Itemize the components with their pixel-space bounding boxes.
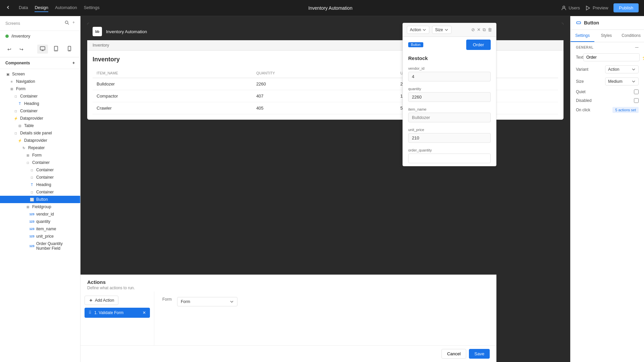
tree-dataprovider-1[interactable]: ⚡ Dataprovider	[0, 115, 80, 122]
add-screen-icon[interactable]: +	[72, 20, 75, 26]
undo-button[interactable]: ↩	[5, 45, 13, 53]
search-icon[interactable]	[64, 20, 70, 26]
text-lightning-btn[interactable]: ⚡	[642, 55, 644, 60]
preview-button[interactable]: Preview	[585, 5, 608, 11]
size-dropdown[interactable]: Size	[432, 26, 451, 34]
redo-button[interactable]: ↪	[17, 45, 25, 53]
button-tree-icon: ⬜	[30, 197, 34, 202]
delete-icon[interactable]: 🗑	[488, 27, 492, 33]
onclick-value[interactable]: 5 actions set	[612, 107, 639, 113]
vendor-id-input[interactable]	[408, 72, 491, 81]
svg-rect-8	[577, 22, 581, 24]
remove-action-icon[interactable]: ✕	[143, 310, 146, 315]
tree-screen[interactable]: ▣ Screen	[0, 70, 80, 78]
tree-form[interactable]: ⊞ Form	[0, 85, 80, 93]
container5-tree-icon: □	[30, 175, 34, 180]
tree-dataprovider-2[interactable]: ⚡ Dataprovider	[0, 137, 80, 144]
tree-container-1[interactable]: □ Container	[0, 93, 80, 100]
tab-styles[interactable]: Styles	[594, 30, 618, 42]
order-quantity-input[interactable]	[408, 154, 491, 163]
tree-fieldgroup[interactable]: ⊞ Fieldgroup	[0, 203, 80, 210]
form-overlay-toolbar: Action Size ⊘ ✕ ⧉ 🗑	[403, 23, 496, 37]
back-button[interactable]	[5, 5, 11, 11]
nav-data[interactable]: Data	[19, 4, 28, 12]
lock-icon[interactable]: ⊘	[471, 27, 475, 33]
order-quantity-label: order_quantity	[408, 148, 491, 152]
nav-settings[interactable]: Settings	[84, 4, 100, 12]
tree-container3-label: Container	[32, 160, 50, 165]
tree-heading-2[interactable]: T Heading	[0, 181, 80, 188]
copy-icon[interactable]: ⧉	[483, 27, 486, 33]
tree-heading-1[interactable]: T Heading	[0, 100, 80, 107]
validate-form-action[interactable]: ⠿ 1. Validate Form ✕	[85, 308, 150, 318]
close-overlay-icon[interactable]: ✕	[477, 27, 481, 33]
action-item-label: 1. Validate Form	[94, 310, 123, 315]
tree-details-panel[interactable]: □ Details side panel	[0, 129, 80, 137]
tree-unit-price[interactable]: 123 unit_price	[0, 233, 80, 240]
tree-form-label: Form	[16, 86, 25, 91]
tree-order-qty-field[interactable]: 123 Order Quantity Number Field	[0, 240, 80, 252]
action-label: Action	[410, 27, 421, 32]
nav-tree-icon: ≡	[9, 79, 14, 84]
tree-container-6[interactable]: □ Container	[0, 188, 80, 196]
item-name-input[interactable]	[408, 113, 491, 122]
nav-automation[interactable]: Automation	[55, 4, 77, 12]
app-logo: bb	[93, 27, 102, 36]
form-select-dropdown[interactable]: Form	[177, 297, 237, 306]
svg-rect-3	[40, 47, 45, 50]
tab-conditions[interactable]: Conditions	[618, 30, 644, 42]
repeater-tree-icon: ↻	[21, 145, 26, 150]
tree-container1-label: Container	[20, 94, 38, 99]
tree-table[interactable]: ⊟ Table	[0, 122, 80, 129]
tree-repeater[interactable]: ↻ Repeater	[0, 144, 80, 152]
tree-navigation[interactable]: ≡ Navigation	[0, 78, 80, 85]
tablet-view-button[interactable]	[51, 45, 61, 54]
tree-item-name[interactable]: 123 item_name	[0, 225, 80, 233]
app-title: Inventory Automation	[106, 29, 147, 34]
order-button-preview[interactable]: Order	[466, 40, 491, 50]
tree-quantity[interactable]: 123 quantity	[0, 218, 80, 225]
tree-dataprovider2-label: Dataprovider	[24, 138, 47, 143]
cancel-button[interactable]: Cancel	[441, 349, 466, 359]
tree-form-inner[interactable]: ⊞ Form	[0, 152, 80, 159]
size-label: Size	[435, 27, 443, 32]
tree-container-5[interactable]: □ Container	[0, 174, 80, 181]
publish-button[interactable]: Publish	[613, 3, 639, 12]
row1-qty: 2260	[252, 78, 396, 90]
container3-tree-icon: □	[25, 160, 30, 165]
desktop-view-button[interactable]	[37, 45, 48, 54]
mobile-view-button[interactable]	[64, 45, 75, 54]
text-prop-input[interactable]	[583, 53, 640, 61]
tree-button[interactable]: ⬜ Button	[0, 196, 80, 203]
tree-vendor-id[interactable]: 123 vendor_id	[0, 210, 80, 218]
disabled-checkbox[interactable]	[634, 98, 639, 103]
unit-price-input[interactable]	[408, 133, 491, 143]
variant-dropdown[interactable]: Action	[605, 65, 639, 73]
dataprovider-tree-icon: ⚡	[13, 116, 18, 121]
quantity-input[interactable]	[408, 92, 491, 102]
order-quantity-field: order_quantity	[403, 145, 496, 166]
heading-tree-icon: T	[17, 101, 22, 106]
quiet-checkbox[interactable]	[634, 89, 639, 94]
save-button[interactable]: Save	[469, 349, 490, 359]
tab-settings[interactable]: Settings	[571, 30, 594, 42]
tree-details-label: Details side panel	[20, 131, 52, 135]
action-dropdown[interactable]: Action	[407, 26, 429, 34]
components-section-header: Components +	[0, 57, 80, 69]
unit-price-field: unit_price	[403, 125, 496, 145]
add-component-icon[interactable]: +	[72, 61, 75, 65]
field-123e-icon: 123	[30, 244, 34, 248]
tree-container-2[interactable]: □ Container	[0, 107, 80, 115]
screen-inventory[interactable]: /inventory	[0, 31, 80, 41]
right-properties-panel: Button Settings Styles Conditions GENERA…	[570, 16, 644, 362]
nav-design[interactable]: Design	[35, 4, 48, 12]
container6-tree-icon: □	[30, 190, 34, 194]
tree-container-4[interactable]: □ Container	[0, 166, 80, 174]
size-dropdown-prop[interactable]: Medium	[605, 77, 639, 85]
users-button[interactable]: Users	[561, 5, 580, 11]
tree-vendor-id-label: vendor_id	[36, 212, 54, 217]
tree-container-3[interactable]: □ Container	[0, 159, 80, 166]
add-action-button[interactable]: Add Action	[85, 296, 118, 305]
tree-fieldgroup-label: Fieldgroup	[32, 204, 51, 209]
collapse-icon[interactable]: —	[635, 46, 639, 49]
